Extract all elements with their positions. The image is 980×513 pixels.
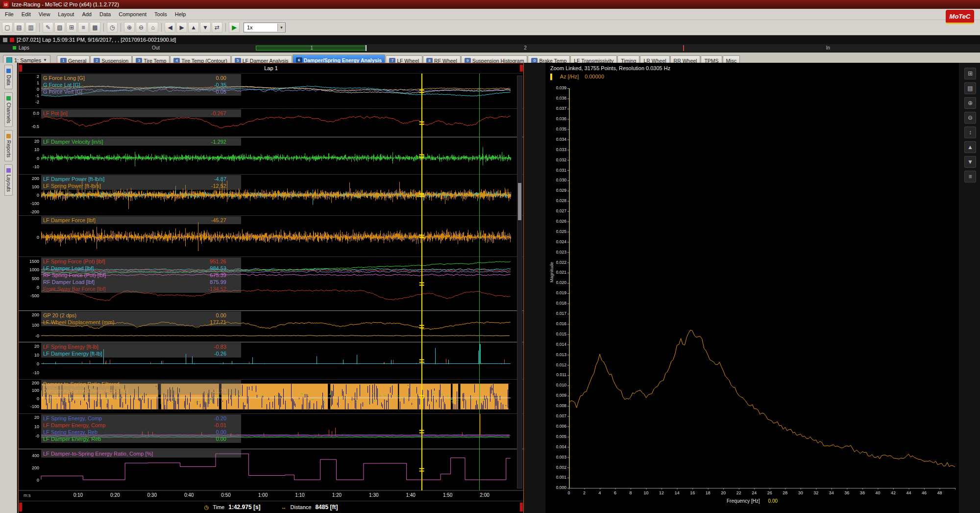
legend-channel-item[interactable]: LF Damper Load [lbf]984.53	[43, 265, 239, 272]
zoom-y-out-icon[interactable]: ⊖	[964, 112, 976, 124]
prev-lap-icon[interactable]: ◀	[165, 22, 175, 33]
lap-section-out[interactable]: Out	[152, 45, 160, 51]
pan-down-icon[interactable]: ▼	[200, 22, 211, 33]
next-lap-icon[interactable]: ▶	[176, 22, 187, 33]
edit-icon[interactable]: ✎	[43, 22, 53, 33]
playback-speed-select[interactable]: 1x ▼	[244, 23, 286, 32]
spectrum-plot[interactable]	[545, 63, 959, 513]
channel-name: LF Pot [in]	[43, 110, 68, 116]
channel-legend: LF Spring Energy, Comp-0.20LF Damper Ene…	[41, 414, 241, 443]
chevron-down-icon[interactable]: ▼	[277, 24, 285, 31]
pan-up-icon[interactable]: ▲	[188, 22, 199, 33]
sidebar-tab-channels[interactable]: Channels	[4, 92, 13, 127]
legend-channel-item[interactable]: Damper-to-Spring Ratio Filtered	[43, 381, 239, 387]
lap-end-marker	[479, 74, 480, 490]
channel-cursor-value: -0.83	[214, 344, 239, 350]
time-display-icon[interactable]: ◷	[107, 22, 118, 33]
time-axis-tick: 2:00	[480, 492, 489, 498]
channel-name: LF Spring Energy, Reb	[43, 429, 98, 435]
swap-icon[interactable]: ⇄	[212, 22, 222, 33]
legend-channel-item[interactable]: LF Pot [in]-0.267	[43, 110, 239, 117]
timeseries-row: 4002000LF Damper-to-Spring Energy Ratio,…	[19, 449, 523, 490]
scroll-up-icon[interactable]: ▲	[964, 141, 976, 153]
y-tick-label: -10	[19, 370, 39, 375]
zoom-home-icon[interactable]: ⌂	[147, 22, 158, 33]
laps-bar[interactable]: Laps Out12In	[0, 44, 980, 52]
overlay-icon[interactable]: ▩	[90, 22, 100, 33]
legend-channel-item[interactable]: LF Damper Power [ft-lb/s]-4.87	[43, 176, 239, 182]
scrollbar-thumb[interactable]	[518, 183, 521, 220]
sidebar-tab-layouts[interactable]: Layouts	[4, 164, 13, 196]
fit-height-icon[interactable]: ↕	[964, 127, 976, 138]
time-axis-tick: 0:10	[74, 492, 83, 498]
menu-item-add[interactable]: Add	[78, 10, 96, 19]
lap-section-2[interactable]: 2	[524, 45, 527, 51]
magnitude-axis-label: Magnitude	[549, 262, 554, 282]
menu-item-file[interactable]: File	[1, 10, 18, 19]
zoom-y-in-icon[interactable]: ⊕	[964, 97, 976, 109]
channel-name: LF Damper Energy [ft-lb]	[43, 351, 102, 357]
scroll-down-icon[interactable]: ▼	[964, 156, 976, 168]
menu-item-component[interactable]: Component	[115, 10, 150, 19]
titlebar[interactable]: i2 Izze-Racing - MoTeC i2 Pro (x64) (1.1…	[0, 0, 980, 9]
fft-legend[interactable]: ▌ Az [/Hz] 0.00000	[550, 74, 604, 79]
play-icon[interactable]: ▶	[229, 22, 240, 33]
legend-channel-item[interactable]: LF Spring Power [ft-lb/s]-12.52	[43, 182, 239, 189]
legend-channel-item[interactable]: LF Damper Energy, Comp-0.01	[43, 422, 239, 429]
legend-channel-item[interactable]: G Force Long [G]0.00	[43, 75, 239, 81]
legend-channel-item[interactable]: LF Damper Force [lbf]-45.27	[43, 217, 239, 224]
legend-channel-item[interactable]: Front Sway Bar Force [lbf]-134.52	[43, 285, 239, 292]
y-tick-label: 200	[19, 381, 39, 385]
new-worksheet-icon[interactable]: ▢	[2, 22, 13, 33]
legend-channel-item[interactable]: LF Spring Energy, Reb0.00	[43, 429, 239, 436]
legend-channel-item[interactable]: RF Spring Force (Pot) [lbf]675.39	[43, 272, 239, 279]
time-axis-tick: 1:00	[258, 492, 268, 498]
sidebar-tab-label: Data	[6, 75, 11, 85]
open-icon[interactable]: ▤	[14, 22, 24, 33]
options-icon[interactable]: ≡	[964, 171, 976, 182]
sidebar-tab-data[interactable]: Data	[4, 65, 13, 89]
channel-name: G Force Lat [G]	[43, 82, 80, 88]
legend-channel-item[interactable]: LF Spring Energy [ft-lb]-0.83	[43, 343, 239, 350]
y-tick-label: 400	[19, 453, 39, 458]
save-icon[interactable]: ▥	[25, 22, 36, 33]
add-chart-icon[interactable]: ▤	[964, 82, 976, 94]
legend-channel-item[interactable]: LF Spring Energy, Comp-0.20	[43, 415, 239, 422]
window-title: Izze-Racing - MoTeC i2 Pro (x64) (1.1.2.…	[12, 1, 119, 7]
legend-channel-item[interactable]: Damper-to-Spring Energy Ratio [%]31.73	[43, 387, 239, 394]
legend-channel-item[interactable]: LF Spring Force (Pot) [lbf]951.26	[43, 258, 239, 265]
vertical-scrollbar[interactable]	[517, 76, 522, 488]
y-tick-label: -0.5	[19, 124, 39, 129]
legend-channel-item[interactable]: GP 20 (2 dps)0.00	[43, 312, 239, 319]
legend-channel-item[interactable]: RF Damper Load [lbf]875.99	[43, 279, 239, 285]
legend-channel-item[interactable]: LF Damper Energy, Reb0.00	[43, 436, 239, 442]
legend-channel-item[interactable]: LF Damper-to-Spring Energy Ratio, Comp […	[43, 450, 239, 457]
legend-channel-item[interactable]: LF Wheel Displacement (mm)177.71	[43, 319, 239, 326]
menu-item-layout[interactable]: Layout	[54, 10, 78, 19]
channel-cursor-value: -134.52	[208, 286, 239, 292]
grid-display-icon[interactable]: ⊞	[66, 22, 77, 33]
legend-channel-item[interactable]: LF Damper Energy [ft-lb]-0.26	[43, 350, 239, 357]
channel-cursor-value: 0.05	[216, 89, 239, 95]
legend-channel-item[interactable]: LF Damper Velocity [in/s]-1.292	[43, 138, 239, 145]
palette-icon[interactable]: ▧	[54, 22, 65, 33]
panel-gap	[524, 63, 545, 513]
menu-item-tools[interactable]: Tools	[150, 10, 171, 19]
values-list-icon[interactable]: ≡	[78, 22, 89, 33]
sidebar-tab-reports[interactable]: Reports	[4, 130, 13, 161]
worksheet-grid-icon[interactable]: ⊞	[964, 68, 976, 79]
fft-header: Zoom Linked, 31755 Points, Resolution 0.…	[550, 65, 670, 71]
zoom-out-icon[interactable]: ⊖	[136, 22, 147, 33]
zoom-in-icon[interactable]: ⊕	[124, 22, 135, 33]
lap-section-in[interactable]: In	[826, 45, 830, 51]
menu-item-edit[interactable]: Edit	[18, 10, 35, 19]
menu-item-help[interactable]: Help	[171, 10, 190, 19]
menu-item-data[interactable]: Data	[96, 10, 115, 19]
channel-cursor-value: 951.26	[210, 258, 239, 264]
y-tick-label: 1000	[19, 267, 39, 272]
legend-channel-item[interactable]: G Force Vert [G]0.05	[43, 88, 239, 95]
lap-section-1[interactable]: 1	[310, 45, 313, 51]
menu-item-view[interactable]: View	[35, 10, 54, 19]
time-cursor[interactable]	[421, 74, 422, 490]
legend-channel-item[interactable]: G Force Lat [G]-0.35	[43, 81, 239, 88]
